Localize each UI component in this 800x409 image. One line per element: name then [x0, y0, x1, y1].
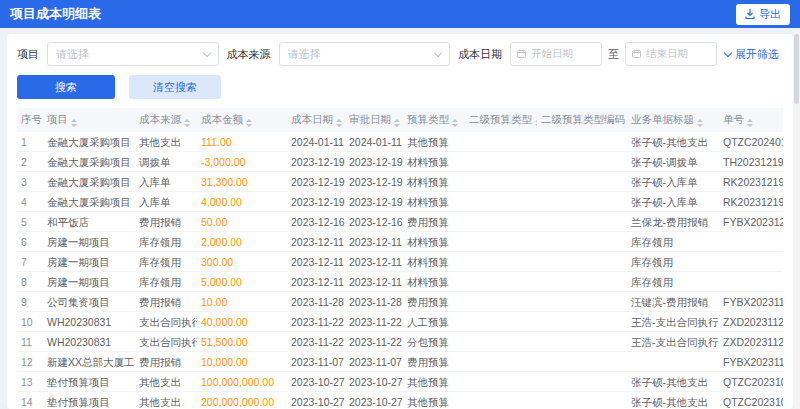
table-cell: 2023-11-22: [287, 312, 345, 332]
calendar-icon: [632, 48, 641, 60]
cost-source-select[interactable]: 请选择: [279, 42, 451, 66]
sort-icon[interactable]: [336, 119, 342, 127]
table-cell: RK20231219002: [719, 192, 783, 212]
table-cell: 库存领用: [627, 252, 719, 272]
column-header-7[interactable]: 预算类型: [403, 108, 465, 132]
column-header-label: 成本日期: [291, 113, 333, 125]
sort-icon[interactable]: [535, 119, 537, 127]
column-header-4[interactable]: 成本金额: [197, 108, 287, 132]
column-header-6[interactable]: 审批日期: [345, 108, 403, 132]
table-cell: 2023-10-27: [345, 372, 403, 392]
table-cell: 金融大厦采购项目: [43, 172, 135, 192]
date-end-placeholder: 结束日期: [646, 47, 688, 61]
table-cell: [537, 192, 627, 212]
project-select[interactable]: 请选择: [47, 42, 219, 66]
sort-icon[interactable]: [184, 119, 190, 127]
column-header-9[interactable]: 二级预算类型编码: [537, 108, 627, 132]
table-cell: 2023-12-11: [345, 232, 403, 252]
table-cell: [537, 132, 627, 152]
search-button[interactable]: 搜索: [17, 75, 115, 99]
table-cell: [537, 352, 627, 372]
table-cell: 3: [17, 172, 43, 192]
table-cell: ZXD20231122001: [719, 332, 783, 352]
table-cell: 7: [17, 252, 43, 272]
sort-icon[interactable]: [394, 119, 400, 127]
table-row: 5和平饭店费用报销50.002023-12-162023-12-16费用预算兰保…: [17, 212, 783, 232]
table-row: 9公司集资项目费用报销10.002023-11-282023-11-28费用预算…: [17, 292, 783, 312]
project-select-placeholder: 请选择: [56, 47, 89, 62]
table-cell: [719, 232, 783, 252]
sort-icon[interactable]: [246, 119, 252, 127]
table-cell: 12: [17, 352, 43, 372]
table-cell: 2023-10-27: [287, 392, 345, 409]
table-cell: 王浩-支出合同执行: [627, 312, 719, 332]
table-cell: 2023-11-28: [287, 292, 345, 312]
table-cell: 10,000.00: [197, 352, 287, 372]
date-range-picker: 开始日期 至 结束日期: [510, 42, 717, 66]
table-cell: 房建一期项目: [43, 272, 135, 292]
table-cell: FYBX20231107001: [719, 352, 783, 372]
column-header-11[interactable]: 单号: [719, 108, 783, 132]
table-cell: 5,000.00: [197, 272, 287, 292]
calendar-icon: [517, 48, 526, 60]
table-cell: 2023-12-19: [345, 172, 403, 192]
source-select-placeholder: 请选择: [288, 47, 321, 62]
table-cell: TH20231219001: [719, 152, 783, 172]
table-cell: 2: [17, 152, 43, 172]
table-cell: 新建XX总部大厦工程二期: [43, 352, 135, 372]
column-header-5[interactable]: 成本日期: [287, 108, 345, 132]
table-cell: 4,000.00: [197, 192, 287, 212]
column-header-label: 审批日期: [349, 113, 391, 125]
table-cell: 2023-11-07: [287, 352, 345, 372]
sort-icon[interactable]: [697, 119, 703, 127]
table-cell: FYBX20231216001: [719, 212, 783, 232]
table-cell: 金融大厦采购项目: [43, 192, 135, 212]
table-cell: [465, 152, 537, 172]
table-cell: WH20230831: [43, 332, 135, 352]
table-cell: 张子硕-其他支出: [627, 372, 719, 392]
table-cell: WH20230831: [43, 312, 135, 332]
table-cell: 2023-11-22: [345, 332, 403, 352]
table-cell: [465, 252, 537, 272]
export-button-label: 导出: [759, 7, 781, 22]
table-cell: 2023-10-27: [345, 392, 403, 409]
table-cell: 2024-01-11: [287, 132, 345, 152]
sort-icon[interactable]: [452, 119, 458, 127]
table-cell: 材料预算: [403, 192, 465, 212]
table-cell: -3,000.00: [197, 152, 287, 172]
column-header-3[interactable]: 成本来源: [135, 108, 197, 132]
column-header-label: 单号: [723, 113, 744, 125]
table-cell: 库存领用: [135, 272, 197, 292]
table-cell: 张子硕-其他支出: [627, 392, 719, 409]
column-header-10[interactable]: 业务单据标题: [627, 108, 719, 132]
table-cell: 2023-11-07: [345, 352, 403, 372]
clear-search-button[interactable]: 清空搜索: [129, 75, 221, 99]
column-header-8[interactable]: 二级预算类型: [465, 108, 537, 132]
date-start-placeholder: 开始日期: [531, 47, 573, 61]
expand-filter-link[interactable]: 展开筛选: [725, 47, 783, 62]
sort-icon[interactable]: [747, 119, 753, 127]
column-header-label: 成本金额: [201, 113, 243, 125]
table-row: 12新建XX总部大厦工程二期费用报销10,000.002023-11-07202…: [17, 352, 783, 372]
table-cell: 2023-11-28: [345, 292, 403, 312]
date-start-input[interactable]: 开始日期: [510, 42, 602, 66]
sort-icon[interactable]: [71, 119, 77, 127]
source-filter-label: 成本来源: [227, 47, 271, 62]
table-cell: [627, 352, 719, 372]
table-cell: 库存领用: [135, 252, 197, 272]
export-button[interactable]: 导出: [736, 4, 790, 25]
vertical-scrollbar[interactable]: [793, 30, 800, 409]
table-cell: 张子硕-其他支出: [627, 132, 719, 152]
table-cell: [465, 312, 537, 332]
table-row: 10WH20230831支出合同执行40,000.002023-11-22202…: [17, 312, 783, 332]
table-cell: 2023-12-11: [287, 272, 345, 292]
table-cell: 11: [17, 332, 43, 352]
column-header-2[interactable]: 项目: [43, 108, 135, 132]
scrollbar-thumb[interactable]: [794, 34, 799, 104]
table-cell: 材料预算: [403, 172, 465, 192]
table-cell: 2023-11-22: [287, 332, 345, 352]
column-header-1: 序号: [17, 108, 43, 132]
date-end-input[interactable]: 结束日期: [625, 42, 717, 66]
table-body: 1金融大厦采购项目其他支出111.002024-01-112024-01-11其…: [17, 132, 783, 409]
table-cell: 2023-12-19: [287, 152, 345, 172]
